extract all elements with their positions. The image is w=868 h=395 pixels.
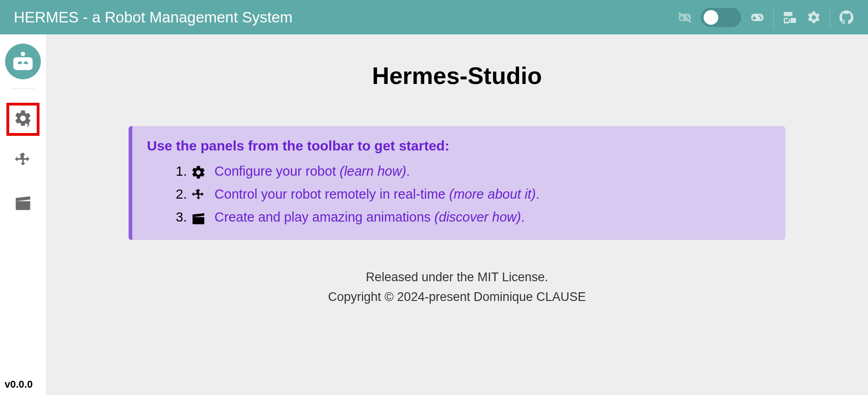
app-header: HERMES - a Robot Management System [0,0,868,34]
page-title: Hermes-Studio [73,62,840,89]
gear-icon[interactable] [806,10,822,25]
move-icon [191,187,207,203]
sidebar-divider [11,89,34,89]
getting-started-panel: Use the panels from the toolbar to get s… [129,126,785,240]
header-actions [677,7,854,28]
info-steps-list: Configure your robot (learn how). Contro… [147,164,771,226]
main-content: Hermes-Studio Use the panels from the to… [46,34,868,395]
gamepad-toggle[interactable] [701,8,741,27]
header-divider [773,7,774,28]
toggle-knob [704,10,718,25]
svg-rect-1 [784,12,792,16]
step-link[interactable]: Configure your robot [214,164,336,178]
svg-point-4 [18,62,21,65]
clapperboard-icon [191,210,207,226]
gamepad-off-icon [677,10,693,25]
devices-icon[interactable] [782,10,798,25]
footer-copyright: Copyright © 2024-present Dominique CLAUS… [73,287,840,307]
github-icon[interactable] [839,10,854,25]
info-title: Use the panels from the toolbar to get s… [147,138,771,154]
step-punct: . [536,187,540,201]
step-learn-link[interactable]: (more about it) [449,187,536,201]
step-punct: . [521,210,524,224]
sidebar: v0.0.0 [0,34,46,395]
footer: Released under the MIT License. Copyrigh… [73,267,840,307]
footer-license: Released under the MIT License. [73,267,840,287]
version-label: v0.0.0 [5,378,33,390]
step-item: Create and play amazing animations (disc… [191,210,771,226]
step-item: Control your robot remotely in real-time… [191,187,771,203]
sidebar-item-animations[interactable] [6,187,39,220]
step-learn-link[interactable]: (discover how) [434,210,521,224]
move-icon [13,151,33,172]
gamepad-icon[interactable] [750,10,765,25]
step-learn-link[interactable]: (learn how) [340,164,406,178]
step-link[interactable]: Create and play amazing animations [214,210,431,224]
step-punct: . [406,164,410,178]
sidebar-item-control[interactable] [6,145,39,178]
header-divider-2 [830,7,830,28]
gear-refresh-icon [191,164,207,180]
clapperboard-icon [13,193,33,214]
sidebar-item-configure[interactable] [6,103,39,136]
app-title: HERMES - a Robot Management System [14,9,293,26]
step-link[interactable]: Control your robot remotely in real-time [214,187,445,201]
svg-point-3 [21,52,25,56]
svg-rect-2 [790,18,795,23]
gear-refresh-icon [13,109,33,130]
step-item: Configure your robot (learn how). [191,164,771,180]
sidebar-logo[interactable] [5,44,41,79]
svg-point-5 [25,62,28,65]
